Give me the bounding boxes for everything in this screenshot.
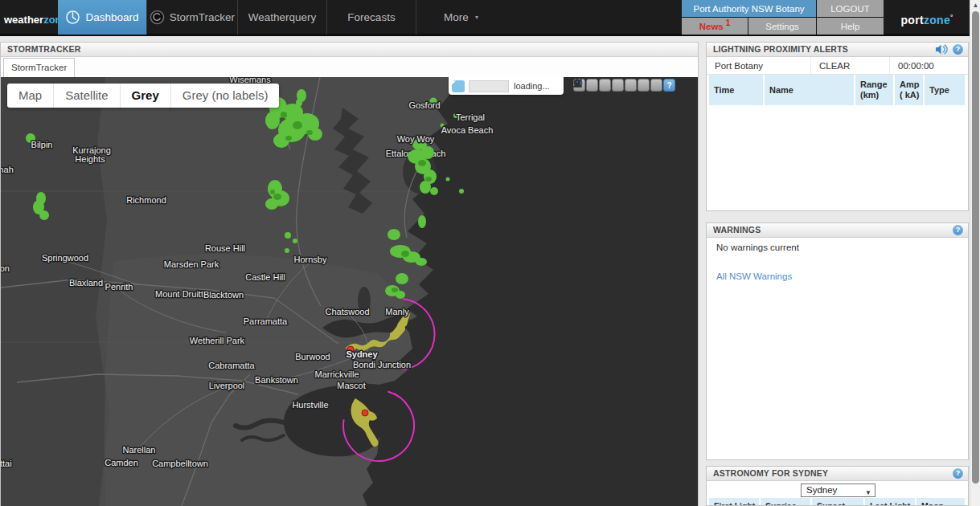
map-type-satellite[interactable]: Satellite: [53, 84, 119, 108]
map-label: Springwood: [42, 253, 88, 263]
news-badge: 1: [726, 18, 731, 27]
map-label: Gosford: [408, 100, 440, 110]
nav-item-forecasts[interactable]: Forecasts: [326, 0, 416, 35]
scrollbar-thumb[interactable]: [972, 11, 979, 484]
map-label: Terrigal: [456, 112, 485, 122]
help-button[interactable]: Help: [817, 18, 884, 35]
pencil-icon[interactable]: [586, 79, 598, 92]
lightning-table-header: Time Name Range (km) Amp ( kA) Type: [709, 75, 965, 105]
loading-progress-field: [469, 80, 509, 92]
astronomy-location-value: Sydney: [806, 485, 837, 495]
station-name: Port Botany: [707, 57, 811, 74]
map-label: Blaxland: [69, 278, 103, 288]
col-first-light: First Light: [709, 498, 759, 506]
stormtracker-panel-header: STORMTRACKER: [1, 43, 698, 57]
map-label: Richmond: [126, 195, 166, 205]
col-last-light: Last Light: [865, 498, 915, 506]
nav-item-dashboard[interactable]: Dashboard: [58, 0, 146, 35]
map-label: Woy Woy: [397, 134, 435, 144]
nav-item-more[interactable]: More ▾: [416, 0, 506, 35]
stormtracker-icon: [150, 10, 165, 25]
map-label: Heights: [75, 154, 105, 164]
nav-label-dashboard: Dashboard: [85, 0, 138, 35]
tab-stormtracker[interactable]: StormTracker: [3, 58, 75, 77]
map-label: Rouse Hill: [205, 243, 245, 253]
zoom-icon[interactable]: [650, 79, 662, 92]
map-label: Narellan: [123, 445, 156, 455]
portzone-logo: portzone°: [884, 0, 970, 35]
map-label: Bilpin: [31, 140, 53, 149]
news-label: News: [699, 22, 724, 31]
map-type-bar: Map Satellite Grey Grey (no labels): [7, 84, 279, 108]
warnings-help-icon[interactable]: ?: [953, 225, 963, 235]
map-label: lattai: [1, 459, 12, 468]
nav-label-weatherquery: Weatherquery: [248, 0, 317, 35]
sound-alert-icon[interactable]: [935, 44, 948, 55]
scrollbar-up-arrow[interactable]: ▲: [970, 0, 980, 11]
dot-red-marker: [362, 410, 368, 416]
lightning-panel-title: LIGHTNING PROXIMITY ALERTS: [713, 44, 848, 54]
astronomy-location-select[interactable]: Sydney ▼: [801, 484, 875, 497]
account-name-button[interactable]: Port Authority NSW Botany: [682, 0, 816, 17]
portzone-degree: °: [950, 14, 953, 21]
map-label: Sydney: [346, 349, 378, 359]
page-scrollbar[interactable]: ▲: [970, 0, 980, 506]
map-label: Burwood: [295, 352, 330, 361]
speaker-icon[interactable]: [625, 79, 637, 92]
all-nsw-warnings-link[interactable]: All NSW Warnings: [716, 271, 792, 281]
stormtracker-map[interactable]: Ettalong Beach: [1, 77, 698, 506]
warnings-message: No warnings current: [716, 243, 799, 252]
news-button[interactable]: News1: [682, 18, 748, 35]
map-label: Bankstown: [255, 375, 298, 385]
map-label: Cabramatta: [208, 361, 255, 370]
station-status: CLEAR: [811, 57, 890, 74]
astronomy-panel-title: ASTRONOMY FOR SYDNEY: [713, 468, 828, 478]
lightning-panel-header: LIGHTNING PROXIMITY ALERTS ?: [707, 43, 968, 57]
pin-icon[interactable]: [599, 79, 611, 92]
col-amp: Amp ( kA): [895, 75, 923, 105]
lightning-station-row: Port Botany CLEAR 00:00:00: [707, 57, 968, 75]
dashboard-icon: [65, 10, 80, 25]
map-type-grey[interactable]: Grey: [120, 84, 170, 108]
map-label: Camden: [105, 458, 138, 467]
map-type-grey-no-labels[interactable]: Grey (no labels): [170, 84, 280, 108]
nav-item-stormtracker[interactable]: StormTracker: [146, 0, 237, 35]
portzone-part1: port: [900, 14, 923, 27]
map-label: Marrickville: [315, 369, 359, 379]
help-icon[interactable]: ?: [663, 79, 675, 92]
loading-text: loading...: [514, 81, 550, 91]
page: weatherzone° Dashboard StormTracker Weat…: [0, 0, 980, 506]
locate-arrow-icon[interactable]: [612, 79, 624, 92]
chevron-down-icon: ▾: [475, 0, 478, 35]
astronomy-panel: ASTRONOMY FOR SYDNEY ? Sydney ▼ First Li…: [706, 466, 969, 506]
portzone-part2: zone: [924, 14, 950, 27]
nav-item-weatherquery[interactable]: Weatherquery: [237, 0, 326, 35]
map-label: Blacktown: [203, 290, 244, 300]
map-label: Wetherill Park: [190, 336, 245, 345]
top-nav: weatherzone° Dashboard StormTracker Weat…: [0, 0, 980, 36]
station-timer: 00:00:00: [890, 57, 968, 74]
map-label: Mascot: [337, 381, 365, 390]
astronomy-help-icon[interactable]: ?: [953, 468, 963, 479]
lightning-bolt-icon[interactable]: [452, 80, 465, 92]
warnings-panel-header: WARNINGS ?: [707, 223, 968, 238]
account-block: Port Authority NSW Botany LOGOUT News1 S…: [682, 0, 883, 35]
map-label: Avoca Beach: [441, 125, 494, 135]
col-sunrise: Sunrise: [761, 498, 810, 506]
col-range: Range (km): [855, 75, 893, 105]
map-label: Hurstville: [292, 400, 328, 410]
map-label: omah: [1, 165, 14, 174]
warnings-panel: WARNINGS ? No warnings current All NSW W…: [706, 222, 969, 460]
stormtracker-tabstrip: StormTracker: [1, 57, 698, 78]
map-label: Campbelltown: [152, 459, 208, 468]
settings-button[interactable]: Settings: [748, 18, 816, 35]
lock-icon[interactable]: [638, 79, 650, 92]
stormtracker-panel: STORMTRACKER StormTracker: [0, 42, 699, 506]
lightning-help-icon[interactable]: ?: [953, 44, 963, 55]
map-label: Marsden Park: [164, 259, 219, 269]
select-chevron-icon: ▼: [865, 487, 871, 499]
map-type-map[interactable]: Map: [7, 84, 53, 108]
lightning-loading-widget: loading...: [449, 77, 564, 95]
logout-button[interactable]: LOGOUT: [817, 0, 884, 17]
nav-items: Dashboard StormTracker Weatherquery Fore…: [58, 0, 506, 35]
